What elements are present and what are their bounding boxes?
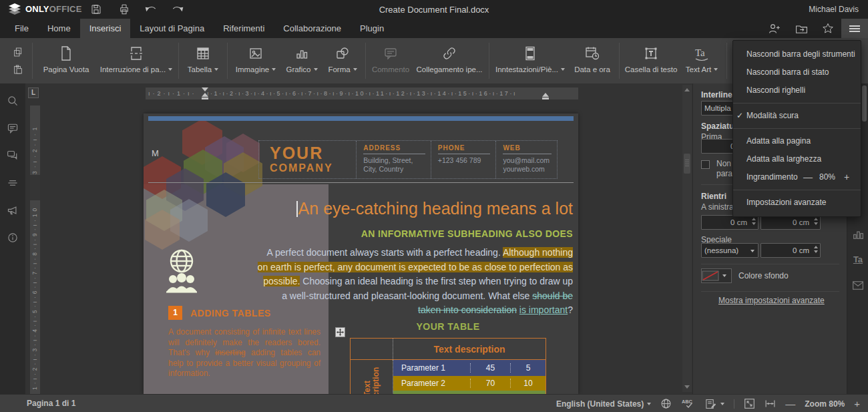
menu-item-hide-toolbar[interactable]: Nascondi barra degli strumenti [733, 45, 861, 63]
menu-item-fit-width[interactable]: Adatta alla larghezza [733, 150, 861, 168]
navigation-button[interactable] [6, 176, 19, 190]
tab-inserisci[interactable]: Inserisci [80, 19, 131, 38]
hyperlink-button[interactable]: Collegamento ipe... [413, 38, 486, 83]
date-time-button[interactable]: Data e ora [568, 38, 616, 83]
table-move-handle[interactable] [335, 327, 345, 337]
horizontal-ruler[interactable]: ı·2·ı·1·ı· ı·1·ı·2·ı·3·ı·4·ı·5·ı·6·ı·7·ı… [146, 87, 578, 99]
document-page[interactable]: M YOUR COMPANY ADDRESS Building, Street,… [144, 114, 578, 394]
menu-item-dark-mode[interactable]: ✓ Modalità scura [733, 107, 861, 125]
image-icon [248, 45, 264, 61]
indent-left-spinner[interactable]: 0 cm [701, 215, 758, 230]
blank-page-button[interactable]: Pagina Vuota [35, 38, 97, 83]
comments-button[interactable] [6, 122, 19, 135]
svg-text:Ta: Ta [695, 47, 705, 58]
tab-stop-selector[interactable]: L [28, 87, 39, 98]
spellcheck-button[interactable]: ABC [681, 398, 696, 409]
tab-collaborazione[interactable]: Collaborazione [274, 19, 351, 38]
scroll-down-arrow[interactable] [684, 385, 690, 389]
fit-width-icon [765, 398, 776, 409]
company-header-table[interactable]: YOUR COMPANY ADDRESS Building, Street, C… [258, 140, 558, 179]
menu-item-zoom: Ingrandimento — 80% + [733, 168, 861, 186]
scroll-up-arrow[interactable] [684, 88, 690, 91]
view-settings-menu: Nascondi barra degli strumenti Nascondi … [732, 40, 861, 217]
tab-layout[interactable]: Layout di Pagina [130, 19, 214, 38]
page-number-indicator[interactable]: Pagina 1 di 1 [27, 399, 75, 408]
fit-to-width-button[interactable] [765, 398, 776, 409]
tab-home[interactable]: Home [38, 19, 80, 38]
right-indent-marker-base[interactable] [542, 97, 549, 99]
left-indent-marker[interactable] [202, 97, 208, 99]
vertical-ruler[interactable]: 3·ı·2·ı·1 1·ı·2·ı·3·ı·4·ı·5·ı·6·ı·7·ı·8·… [30, 106, 40, 394]
special-select[interactable]: (nessuna) [701, 243, 758, 258]
zoom-in-button[interactable]: + [854, 398, 860, 409]
v-ruler-numbers-bottom: 1·ı·2·ı·3·ı·4·ı·5·ı·6·ı·7·ı·8·ı·9·ı·10 [31, 211, 38, 390]
image-button[interactable]: Immagine [230, 38, 281, 83]
view-settings-button[interactable] [841, 19, 868, 38]
tab-file[interactable]: File [5, 19, 38, 38]
track-changes-button[interactable] [705, 399, 724, 409]
onlyoffice-editor: ONLYOFFICE Create Document Final.docx Mi… [0, 0, 868, 412]
chart-settings-button[interactable] [851, 227, 865, 240]
panel-scrollbar-thumb[interactable] [862, 85, 867, 122]
v-ruler-margin-block [30, 175, 40, 200]
zoom-in-button[interactable]: + [839, 168, 854, 186]
search-button[interactable] [6, 94, 19, 108]
document-paragraph: A perfect document always starts with a … [257, 246, 573, 318]
paste-icon[interactable] [13, 64, 23, 75]
text-box-button[interactable]: Casella di testo [622, 38, 680, 83]
move-icon [337, 329, 344, 336]
menu-item-hide-rulers[interactable]: Nascondi righelli [733, 81, 861, 99]
copy-icon[interactable] [13, 47, 23, 57]
about-button[interactable] [6, 231, 19, 244]
zoom-level-indicator[interactable]: Zoom 80% [805, 399, 845, 409]
underlined-text: is important [519, 304, 568, 315]
text-art-icon: Ta [693, 45, 710, 61]
chat-button[interactable] [6, 149, 19, 162]
title-bar: ONLYOFFICE Create Document Final.docx Mi… [0, 0, 868, 19]
indent-right-spinner[interactable]: 0 cm [761, 215, 821, 230]
page-break-icon [128, 45, 144, 61]
check-icon: ✓ [736, 107, 743, 125]
feedback-button[interactable] [6, 204, 19, 217]
text-art-button[interactable]: Ta Text Art [680, 38, 724, 83]
favorite-icon [822, 23, 834, 34]
document-subheading: AN INFORMATIVE SUBHEADING ALSO DOES [287, 228, 573, 239]
mail-merge-button[interactable] [851, 278, 865, 292]
right-indent-marker[interactable] [542, 93, 549, 97]
table-button[interactable]: Tabella [182, 38, 224, 83]
background-color-label: Colore sfondo [738, 271, 789, 280]
advanced-settings-link[interactable]: Mostra impostazioni avanzate [718, 296, 825, 305]
header-footer-button[interactable]: Inntestazioni/Piè... [492, 38, 568, 83]
tab-riferimenti[interactable]: Riferimenti [214, 19, 274, 38]
comment-button[interactable]: Commento [369, 38, 413, 83]
first-line-indent-marker[interactable] [202, 87, 208, 91]
special-amount-spinner[interactable]: 0 cm [761, 243, 821, 258]
chart-button[interactable]: Grafico [281, 38, 322, 83]
menu-item-advanced-settings[interactable]: Impostazioni avanzate [733, 194, 861, 212]
set-language-button[interactable] [660, 398, 672, 409]
menu-item-hide-statusbar[interactable]: Nascondi barra di stato [733, 63, 861, 81]
menu-icon [849, 24, 860, 33]
textart-settings-button[interactable]: Ta [851, 252, 865, 266]
shape-button[interactable]: Forma [322, 38, 363, 83]
zoom-out-button[interactable]: — [801, 168, 815, 186]
page-break-button[interactable]: Interruzione di pa... [97, 38, 176, 83]
favorite-button[interactable] [815, 19, 841, 38]
ruler-numbers-right: ı·1·ı·2·ı·3·ı·4·ı·5·ı·6·ı·7·ı·8·ı·9·ı·10… [207, 90, 573, 97]
background-color-picker[interactable] [701, 268, 732, 283]
open-file-location-button[interactable] [788, 19, 815, 38]
hexagon-decoration [144, 119, 264, 226]
zoom-out-button[interactable]: — [785, 398, 795, 409]
add-user-icon [768, 23, 781, 35]
document-vertical-scrollbar[interactable] [682, 85, 692, 392]
same-style-checkbox[interactable] [701, 160, 710, 169]
menu-item-fit-page[interactable]: Adatta alla pagina [733, 132, 861, 150]
scrollbar-thumb[interactable] [684, 154, 690, 174]
add-user-button[interactable] [761, 19, 788, 38]
language-selector[interactable]: English (United States) [556, 399, 651, 409]
document-table[interactable]: Text description Text description Parame… [350, 338, 546, 394]
text-box-icon [643, 45, 659, 61]
tab-plugin[interactable]: Plugin [351, 19, 393, 38]
fit-to-page-button[interactable] [744, 398, 755, 409]
hanging-indent-marker[interactable] [202, 93, 208, 97]
